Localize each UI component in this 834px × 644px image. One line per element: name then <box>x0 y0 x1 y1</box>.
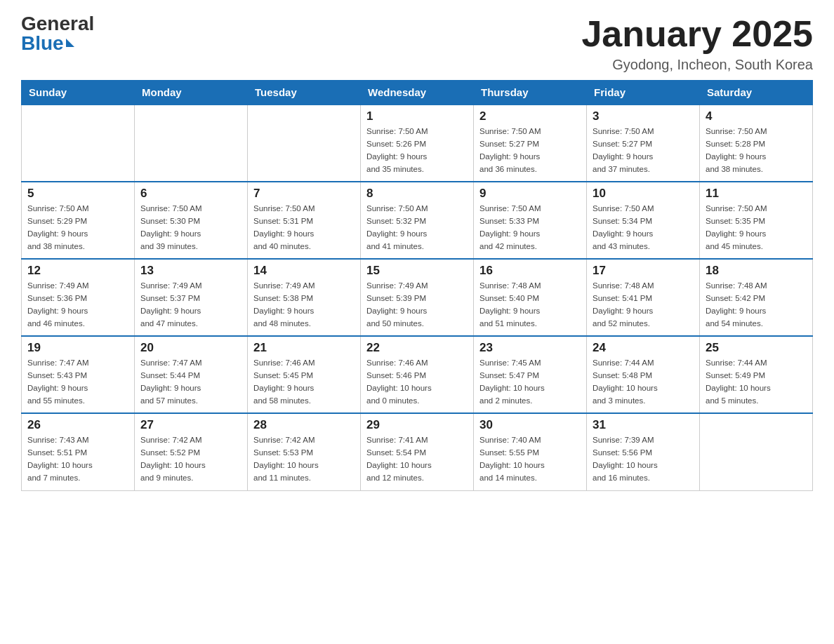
day-info: Sunrise: 7:46 AMSunset: 5:46 PMDaylight:… <box>366 357 468 407</box>
day-info: Sunrise: 7:50 AMSunset: 5:34 PMDaylight:… <box>593 203 694 253</box>
title-block: January 2025 Gyodong, Incheon, South Kor… <box>581 14 813 73</box>
calendar-cell: 20Sunrise: 7:47 AMSunset: 5:44 PMDayligh… <box>135 336 248 413</box>
day-info: Sunrise: 7:43 AMSunset: 5:51 PMDaylight:… <box>27 434 128 484</box>
logo-triangle-icon <box>66 39 74 47</box>
day-number: 29 <box>366 418 468 432</box>
calendar-cell: 1Sunrise: 7:50 AMSunset: 5:26 PMDaylight… <box>361 105 474 182</box>
day-number: 3 <box>593 109 694 123</box>
calendar-week-3: 12Sunrise: 7:49 AMSunset: 5:36 PMDayligh… <box>22 259 813 336</box>
calendar-cell: 6Sunrise: 7:50 AMSunset: 5:30 PMDaylight… <box>135 182 248 259</box>
calendar-week-1: 1Sunrise: 7:50 AMSunset: 5:26 PMDaylight… <box>22 105 813 182</box>
day-number: 13 <box>140 264 241 278</box>
day-info: Sunrise: 7:40 AMSunset: 5:55 PMDaylight:… <box>479 434 581 484</box>
day-info: Sunrise: 7:50 AMSunset: 5:27 PMDaylight:… <box>479 126 581 175</box>
calendar-cell: 27Sunrise: 7:42 AMSunset: 5:52 PMDayligh… <box>135 413 248 490</box>
day-info: Sunrise: 7:49 AMSunset: 5:39 PMDaylight:… <box>366 280 468 330</box>
calendar-cell: 22Sunrise: 7:46 AMSunset: 5:46 PMDayligh… <box>361 336 474 413</box>
calendar-cell: 18Sunrise: 7:48 AMSunset: 5:42 PMDayligh… <box>700 259 813 336</box>
calendar-cell: 5Sunrise: 7:50 AMSunset: 5:29 PMDaylight… <box>22 182 135 259</box>
day-number: 4 <box>706 109 807 123</box>
day-info: Sunrise: 7:42 AMSunset: 5:53 PMDaylight:… <box>253 434 355 484</box>
day-info: Sunrise: 7:50 AMSunset: 5:35 PMDaylight:… <box>706 203 807 253</box>
day-info: Sunrise: 7:48 AMSunset: 5:41 PMDaylight:… <box>593 280 694 330</box>
day-info: Sunrise: 7:48 AMSunset: 5:40 PMDaylight:… <box>479 280 581 330</box>
day-info: Sunrise: 7:45 AMSunset: 5:47 PMDaylight:… <box>479 357 581 407</box>
day-info: Sunrise: 7:50 AMSunset: 5:28 PMDaylight:… <box>706 126 807 175</box>
calendar-cell: 15Sunrise: 7:49 AMSunset: 5:39 PMDayligh… <box>361 259 474 336</box>
day-number: 30 <box>479 418 581 432</box>
day-number: 25 <box>706 341 807 355</box>
main-title: January 2025 <box>581 14 813 54</box>
logo-blue-text: Blue <box>21 34 64 53</box>
day-number: 1 <box>366 109 468 123</box>
calendar-cell: 2Sunrise: 7:50 AMSunset: 5:27 PMDaylight… <box>474 105 587 182</box>
calendar-cell: 4Sunrise: 7:50 AMSunset: 5:28 PMDaylight… <box>700 105 813 182</box>
calendar-cell: 12Sunrise: 7:49 AMSunset: 5:36 PMDayligh… <box>22 259 135 336</box>
page-header: General Blue January 2025 Gyodong, Inche… <box>21 14 813 73</box>
calendar-cell: 21Sunrise: 7:46 AMSunset: 5:45 PMDayligh… <box>248 336 361 413</box>
day-info: Sunrise: 7:50 AMSunset: 5:30 PMDaylight:… <box>140 203 241 253</box>
calendar-cell: 13Sunrise: 7:49 AMSunset: 5:37 PMDayligh… <box>135 259 248 336</box>
day-number: 27 <box>140 418 241 432</box>
calendar-week-2: 5Sunrise: 7:50 AMSunset: 5:29 PMDaylight… <box>22 182 813 259</box>
day-info: Sunrise: 7:50 AMSunset: 5:27 PMDaylight:… <box>593 126 694 175</box>
day-info: Sunrise: 7:44 AMSunset: 5:49 PMDaylight:… <box>706 357 807 407</box>
day-info: Sunrise: 7:46 AMSunset: 5:45 PMDaylight:… <box>253 357 355 407</box>
header-cell-monday: Monday <box>135 81 248 105</box>
day-number: 31 <box>593 418 694 432</box>
day-number: 24 <box>593 341 694 355</box>
logo-general-text: General <box>21 14 94 34</box>
day-number: 8 <box>366 187 468 201</box>
calendar-cell: 25Sunrise: 7:44 AMSunset: 5:49 PMDayligh… <box>700 336 813 413</box>
day-number: 10 <box>593 187 694 201</box>
day-number: 23 <box>479 341 581 355</box>
calendar-cell <box>248 105 361 182</box>
calendar-cell: 30Sunrise: 7:40 AMSunset: 5:55 PMDayligh… <box>474 413 587 490</box>
subtitle: Gyodong, Incheon, South Korea <box>581 57 813 73</box>
day-number: 21 <box>253 341 355 355</box>
day-info: Sunrise: 7:39 AMSunset: 5:56 PMDaylight:… <box>593 434 694 484</box>
calendar-cell: 17Sunrise: 7:48 AMSunset: 5:41 PMDayligh… <box>587 259 700 336</box>
calendar-cell: 11Sunrise: 7:50 AMSunset: 5:35 PMDayligh… <box>700 182 813 259</box>
day-number: 17 <box>593 264 694 278</box>
day-info: Sunrise: 7:41 AMSunset: 5:54 PMDaylight:… <box>366 434 468 484</box>
day-number: 7 <box>253 187 355 201</box>
day-info: Sunrise: 7:50 AMSunset: 5:29 PMDaylight:… <box>27 203 128 253</box>
calendar-week-4: 19Sunrise: 7:47 AMSunset: 5:43 PMDayligh… <box>22 336 813 413</box>
day-number: 6 <box>140 187 241 201</box>
calendar-cell <box>700 413 813 490</box>
day-info: Sunrise: 7:50 AMSunset: 5:31 PMDaylight:… <box>253 203 355 253</box>
calendar-cell: 26Sunrise: 7:43 AMSunset: 5:51 PMDayligh… <box>22 413 135 490</box>
day-info: Sunrise: 7:50 AMSunset: 5:32 PMDaylight:… <box>366 203 468 253</box>
day-number: 15 <box>366 264 468 278</box>
day-info: Sunrise: 7:47 AMSunset: 5:43 PMDaylight:… <box>27 357 128 407</box>
calendar-cell: 28Sunrise: 7:42 AMSunset: 5:53 PMDayligh… <box>248 413 361 490</box>
calendar-cell: 10Sunrise: 7:50 AMSunset: 5:34 PMDayligh… <box>587 182 700 259</box>
logo: General Blue <box>21 14 94 53</box>
day-number: 26 <box>27 418 128 432</box>
day-number: 14 <box>253 264 355 278</box>
calendar-cell: 24Sunrise: 7:44 AMSunset: 5:48 PMDayligh… <box>587 336 700 413</box>
day-number: 16 <box>479 264 581 278</box>
day-number: 20 <box>140 341 241 355</box>
day-number: 22 <box>366 341 468 355</box>
day-number: 19 <box>27 341 128 355</box>
header-cell-friday: Friday <box>587 81 700 105</box>
calendar-cell: 7Sunrise: 7:50 AMSunset: 5:31 PMDaylight… <box>248 182 361 259</box>
day-number: 11 <box>706 187 807 201</box>
day-info: Sunrise: 7:49 AMSunset: 5:37 PMDaylight:… <box>140 280 241 330</box>
header-cell-sunday: Sunday <box>22 81 135 105</box>
day-number: 12 <box>27 264 128 278</box>
header-cell-tuesday: Tuesday <box>248 81 361 105</box>
calendar-cell: 14Sunrise: 7:49 AMSunset: 5:38 PMDayligh… <box>248 259 361 336</box>
header-row: SundayMondayTuesdayWednesdayThursdayFrid… <box>22 81 813 105</box>
calendar-cell <box>135 105 248 182</box>
calendar-body: 1Sunrise: 7:50 AMSunset: 5:26 PMDaylight… <box>22 105 813 490</box>
calendar-week-5: 26Sunrise: 7:43 AMSunset: 5:51 PMDayligh… <box>22 413 813 490</box>
day-number: 9 <box>479 187 581 201</box>
calendar-cell <box>22 105 135 182</box>
calendar-cell: 16Sunrise: 7:48 AMSunset: 5:40 PMDayligh… <box>474 259 587 336</box>
header-cell-thursday: Thursday <box>474 81 587 105</box>
day-info: Sunrise: 7:48 AMSunset: 5:42 PMDaylight:… <box>706 280 807 330</box>
header-cell-wednesday: Wednesday <box>361 81 474 105</box>
